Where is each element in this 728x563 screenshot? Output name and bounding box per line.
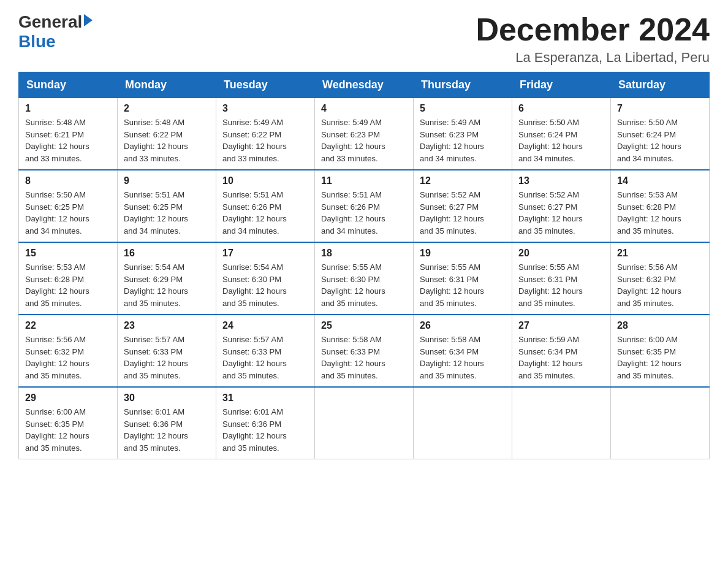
calendar-header-row: SundayMondayTuesdayWednesdayThursdayFrid… [19,72,710,98]
calendar-cell: 6 Sunrise: 5:50 AMSunset: 6:24 PMDayligh… [512,98,611,170]
calendar-cell: 29 Sunrise: 6:00 AMSunset: 6:35 PMDaylig… [19,387,118,459]
day-info: Sunrise: 5:56 AMSunset: 6:32 PMDaylight:… [25,335,89,380]
calendar-title: December 2024 [476,12,710,47]
day-info: Sunrise: 5:59 AMSunset: 6:34 PMDaylight:… [518,335,583,380]
calendar-cell: 30 Sunrise: 6:01 AMSunset: 6:36 PMDaylig… [118,387,216,459]
calendar-cell [315,387,414,459]
calendar-cell: 22 Sunrise: 5:56 AMSunset: 6:32 PMDaylig… [19,315,118,387]
calendar-subtitle: La Esperanza, La Libertad, Peru [476,50,710,66]
day-number: 5 [420,103,506,114]
day-info: Sunrise: 5:58 AMSunset: 6:33 PMDaylight:… [321,335,385,380]
calendar-cell: 16 Sunrise: 5:54 AMSunset: 6:29 PMDaylig… [118,242,216,315]
day-info: Sunrise: 5:50 AMSunset: 6:25 PMDaylight:… [25,190,89,236]
calendar-cell [414,387,512,459]
day-info: Sunrise: 5:49 AMSunset: 6:23 PMDaylight:… [420,118,484,163]
day-number: 24 [222,320,308,331]
calendar-cell: 31 Sunrise: 6:01 AMSunset: 6:36 PMDaylig… [216,387,315,459]
day-info: Sunrise: 5:49 AMSunset: 6:23 PMDaylight:… [321,118,385,163]
day-number: 15 [25,248,111,259]
day-number: 4 [321,103,407,114]
calendar-week-row: 15 Sunrise: 5:53 AMSunset: 6:28 PMDaylig… [19,242,710,315]
column-header-sunday: Sunday [19,72,118,98]
calendar-cell: 18 Sunrise: 5:55 AMSunset: 6:30 PMDaylig… [315,242,414,315]
day-number: 31 [222,393,308,404]
day-info: Sunrise: 5:52 AMSunset: 6:27 PMDaylight:… [518,190,583,236]
day-number: 29 [25,393,111,404]
column-header-wednesday: Wednesday [315,72,414,98]
day-info: Sunrise: 5:58 AMSunset: 6:34 PMDaylight:… [420,335,484,380]
day-info: Sunrise: 6:01 AMSunset: 6:36 PMDaylight:… [124,407,188,453]
calendar-week-row: 8 Sunrise: 5:50 AMSunset: 6:25 PMDayligh… [19,170,710,242]
page-header: General Blue December 2024 La Esperanza,… [18,12,710,66]
logo-arrow-icon [84,14,93,26]
calendar-cell: 28 Sunrise: 6:00 AMSunset: 6:35 PMDaylig… [611,315,710,387]
day-info: Sunrise: 6:01 AMSunset: 6:36 PMDaylight:… [222,407,287,453]
day-info: Sunrise: 5:50 AMSunset: 6:24 PMDaylight:… [617,118,681,163]
day-number: 28 [617,320,703,331]
calendar-cell: 27 Sunrise: 5:59 AMSunset: 6:34 PMDaylig… [512,315,611,387]
day-info: Sunrise: 6:00 AMSunset: 6:35 PMDaylight:… [25,407,89,453]
day-info: Sunrise: 5:55 AMSunset: 6:31 PMDaylight:… [518,262,583,308]
day-info: Sunrise: 5:51 AMSunset: 6:26 PMDaylight:… [222,190,287,236]
day-number: 18 [321,248,407,259]
calendar-week-row: 1 Sunrise: 5:48 AMSunset: 6:21 PMDayligh… [19,98,710,170]
day-number: 12 [420,175,506,186]
calendar-cell: 19 Sunrise: 5:55 AMSunset: 6:31 PMDaylig… [414,242,512,315]
column-header-tuesday: Tuesday [216,72,315,98]
day-number: 9 [124,175,210,186]
calendar-cell: 2 Sunrise: 5:48 AMSunset: 6:22 PMDayligh… [118,98,216,170]
day-info: Sunrise: 5:55 AMSunset: 6:31 PMDaylight:… [420,262,484,308]
day-number: 13 [518,175,604,186]
day-number: 8 [25,175,111,186]
day-info: Sunrise: 5:54 AMSunset: 6:30 PMDaylight:… [222,262,287,308]
calendar-cell: 14 Sunrise: 5:53 AMSunset: 6:28 PMDaylig… [611,170,710,242]
day-number: 3 [222,103,308,114]
logo: General Blue [18,12,93,52]
day-number: 14 [617,175,703,186]
calendar-cell: 10 Sunrise: 5:51 AMSunset: 6:26 PMDaylig… [216,170,315,242]
day-info: Sunrise: 6:00 AMSunset: 6:35 PMDaylight:… [617,335,681,380]
calendar-cell: 8 Sunrise: 5:50 AMSunset: 6:25 PMDayligh… [19,170,118,242]
column-header-thursday: Thursday [414,72,512,98]
day-info: Sunrise: 5:49 AMSunset: 6:22 PMDaylight:… [222,118,287,163]
day-number: 7 [617,103,703,114]
calendar-cell: 20 Sunrise: 5:55 AMSunset: 6:31 PMDaylig… [512,242,611,315]
calendar-cell: 25 Sunrise: 5:58 AMSunset: 6:33 PMDaylig… [315,315,414,387]
logo-general-text: General [18,12,82,32]
calendar-cell [611,387,710,459]
day-number: 6 [518,103,604,114]
day-number: 16 [124,248,210,259]
day-number: 25 [321,320,407,331]
day-info: Sunrise: 5:57 AMSunset: 6:33 PMDaylight:… [124,335,188,380]
day-info: Sunrise: 5:55 AMSunset: 6:30 PMDaylight:… [321,262,385,308]
calendar-table: SundayMondayTuesdayWednesdayThursdayFrid… [18,72,710,459]
day-number: 11 [321,175,407,186]
calendar-week-row: 29 Sunrise: 6:00 AMSunset: 6:35 PMDaylig… [19,387,710,459]
calendar-cell: 21 Sunrise: 5:56 AMSunset: 6:32 PMDaylig… [611,242,710,315]
calendar-cell [512,387,611,459]
calendar-cell: 5 Sunrise: 5:49 AMSunset: 6:23 PMDayligh… [414,98,512,170]
day-info: Sunrise: 5:51 AMSunset: 6:26 PMDaylight:… [321,190,385,236]
day-number: 30 [124,393,210,404]
day-number: 2 [124,103,210,114]
day-info: Sunrise: 5:50 AMSunset: 6:24 PMDaylight:… [518,118,583,163]
day-info: Sunrise: 5:48 AMSunset: 6:21 PMDaylight:… [25,118,89,163]
day-info: Sunrise: 5:56 AMSunset: 6:32 PMDaylight:… [617,262,681,308]
day-info: Sunrise: 5:48 AMSunset: 6:22 PMDaylight:… [124,118,188,163]
calendar-cell: 4 Sunrise: 5:49 AMSunset: 6:23 PMDayligh… [315,98,414,170]
calendar-cell: 7 Sunrise: 5:50 AMSunset: 6:24 PMDayligh… [611,98,710,170]
day-info: Sunrise: 5:53 AMSunset: 6:28 PMDaylight:… [25,262,89,308]
day-number: 21 [617,248,703,259]
calendar-cell: 11 Sunrise: 5:51 AMSunset: 6:26 PMDaylig… [315,170,414,242]
day-info: Sunrise: 5:52 AMSunset: 6:27 PMDaylight:… [420,190,484,236]
day-number: 10 [222,175,308,186]
calendar-cell: 17 Sunrise: 5:54 AMSunset: 6:30 PMDaylig… [216,242,315,315]
calendar-cell: 15 Sunrise: 5:53 AMSunset: 6:28 PMDaylig… [19,242,118,315]
calendar-cell: 13 Sunrise: 5:52 AMSunset: 6:27 PMDaylig… [512,170,611,242]
day-number: 20 [518,248,604,259]
column-header-monday: Monday [118,72,216,98]
column-header-friday: Friday [512,72,611,98]
calendar-cell: 12 Sunrise: 5:52 AMSunset: 6:27 PMDaylig… [414,170,512,242]
title-block: December 2024 La Esperanza, La Libertad,… [476,12,710,66]
logo-blue-text: Blue [18,32,56,52]
